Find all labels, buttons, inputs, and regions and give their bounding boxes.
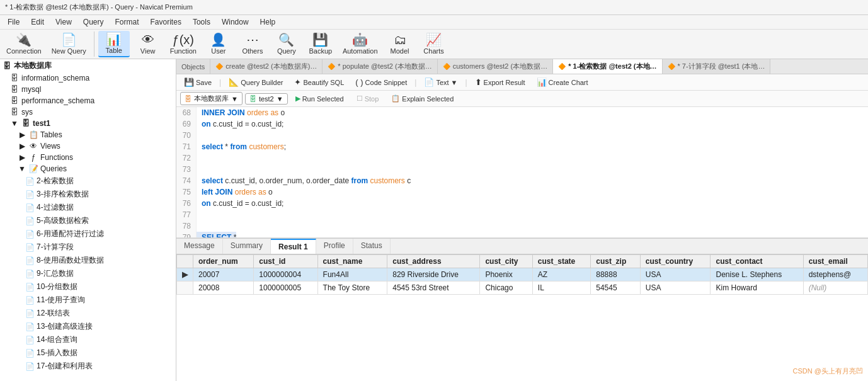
col-order-num[interactable]: order_num [193,255,254,268]
sidebar-query-9[interactable]: 📄 9-汇总数据 [0,267,176,280]
sidebar-db-test1[interactable]: ▼ 🗄 test1 [0,118,176,129]
sidebar-query-11[interactable]: 📄 11-使用子查询 [0,293,176,307]
line-content-74[interactable]: select c.cust_id, o.order_num, o.order_d… [197,175,411,186]
col-cust-id[interactable]: cust_id [254,255,317,268]
menu-item-edit[interactable]: Edit [26,16,49,28]
col-cust-city[interactable]: cust_city [480,255,532,268]
line-content-73[interactable] [197,164,202,175]
col-cust-state[interactable]: cust_state [532,255,590,268]
cell-r0-c3[interactable]: 829 Riverside Drive [387,268,480,281]
cell-r0-c8[interactable]: Denise L. Stephens [711,268,803,281]
line-content-77[interactable] [197,209,202,220]
sidebar-queries[interactable]: ▼ 📝 Queries [0,163,176,174]
toolbar-btn-query[interactable]: 🔍Query [271,31,302,57]
tab-profile[interactable]: Profile [316,239,353,254]
tab-create[interactable]: 🔶 create @test2 (本地数据库)… [210,59,323,74]
text-button[interactable]: 📄 Text ▼ [420,76,461,88]
cell-r1-c1[interactable]: 1000000005 [254,281,317,295]
table-row[interactable]: 200081000000005The Toy Store4545 53rd St… [177,281,868,295]
toolbar-btn-function[interactable]: ƒ(x)Function [166,31,200,57]
col-cust-address[interactable]: cust_address [387,255,480,268]
menu-item-window[interactable]: Window [217,16,254,28]
sidebar-query-2[interactable]: 📄 2-检索数据 [0,174,176,188]
line-content-79[interactable]: SELECT * [197,232,236,238]
explain-selected-button[interactable]: 📋 Explain Selected [386,93,459,104]
toolbar-btn-automation[interactable]: 🤖Automation [339,31,382,57]
table-row[interactable]: ▶200071000000004Fun4All829 Riverside Dri… [177,268,868,281]
toolbar-btn-connection[interactable]: 🔌Connection [3,31,45,57]
toolbar-btn-user[interactable]: 👤User [203,31,234,57]
tab-message[interactable]: Message [176,239,223,254]
tab-summary[interactable]: Summary [223,239,271,254]
cell-r1-c5[interactable]: IL [532,281,590,295]
sidebar-query-8[interactable]: 📄 8-使用函数处理数据 [0,254,176,267]
beautify-sql-button[interactable]: ✦ Beautify SQL [290,76,348,88]
toolbar-btn-view[interactable]: 👁View [132,31,164,57]
cell-r0-c9[interactable]: dstephens@ [803,268,867,281]
cell-r1-c4[interactable]: Chicago [480,281,532,295]
export-result-button[interactable]: ⬆ Export Result [471,76,529,88]
sidebar-query-4[interactable]: 📄 4-过滤数据 [0,201,176,214]
toolbar-btn-new-query[interactable]: 📄New Query [48,31,90,57]
toolbar-btn-table[interactable]: 📊Table [98,31,130,57]
create-chart-button[interactable]: 📊 Create Chart [533,76,592,88]
cell-r0-c4[interactable]: Phoenix [480,268,532,281]
tab-query1[interactable]: 🔶 * 1-检索数据 @test2 (本地… [553,59,662,74]
tab-query7[interactable]: 🔶 * 7-计算字段 @test1 (本地… [663,59,771,74]
query-builder-button[interactable]: 📐 Query Builder [225,76,287,88]
sidebar-query-14[interactable]: 📄 14-组合查询 [0,333,176,346]
cell-r1-c9[interactable]: (Null) [803,281,867,295]
menu-item-file[interactable]: File [3,16,25,28]
cell-r1-c2[interactable]: The Toy Store [317,281,387,295]
line-content-78[interactable] [197,220,202,232]
save-button[interactable]: 💾 Save [180,76,215,88]
menu-item-view[interactable]: View [50,16,77,28]
col-cust-name[interactable]: cust_name [317,255,387,268]
sidebar-db-performance-schema[interactable]: 🗄 performance_schema [0,95,176,106]
stop-button[interactable]: ☐ Stop [351,93,384,104]
sql-editor[interactable]: 68INNER JOIN orders as o69on c.cust_id =… [176,107,868,238]
col-cust-contact[interactable]: cust_contact [711,255,803,268]
tab-customers[interactable]: 🔶 customers @test2 (本地数据… [438,59,554,74]
tab-objects[interactable]: Objects [176,59,210,74]
db2-selector[interactable]: 🗄 test2 ▼ [245,93,288,105]
toolbar-btn-model[interactable]: 🗂Model [384,31,416,57]
sidebar-query-3[interactable]: 📄 3-排序检索数据 [0,188,176,201]
sidebar-query-5[interactable]: 📄 5-高级数据检索 [0,214,176,227]
line-content-68[interactable]: INNER JOIN orders as o [197,107,285,118]
line-content-71[interactable]: select * from customers; [197,141,286,152]
tab-result1[interactable]: Result 1 [271,239,316,254]
cell-r0-c7[interactable]: USA [640,268,711,281]
toolbar-btn-backup[interactable]: 💾Backup [305,31,336,57]
toolbar-btn-charts[interactable]: 📈Charts [418,31,450,57]
menu-item-format[interactable]: Format [110,16,144,28]
cell-r0-c6[interactable]: 88888 [591,268,641,281]
sidebar-query-6[interactable]: 📄 6-用通配符进行过滤 [0,227,176,241]
sidebar-functions[interactable]: ▶ ƒ Functions [0,152,176,163]
cell-r1-c3[interactable]: 4545 53rd Street [387,281,480,295]
cell-r0-c2[interactable]: Fun4All [317,268,387,281]
sidebar-query-7[interactable]: 📄 7-计算字段 [0,241,176,254]
sidebar-root[interactable]: 🗄 本地数据库 [0,59,176,72]
menu-item-query[interactable]: Query [78,16,109,28]
col-cust-zip[interactable]: cust_zip [591,255,641,268]
cell-r1-c8[interactable]: Kim Howard [711,281,803,295]
menu-item-tools[interactable]: Tools [188,16,215,28]
menu-item-favorites[interactable]: Favorites [146,16,186,28]
sidebar-db-sys[interactable]: 🗄 sys [0,106,176,118]
line-content-70[interactable] [197,130,202,141]
cell-r0-c0[interactable]: 20007 [193,268,254,281]
db1-selector[interactable]: 🗄 本地数据库 ▼ [180,92,243,105]
sidebar-query-12[interactable]: 📄 12-联结表 [0,307,176,320]
cell-r0-c5[interactable]: AZ [532,268,590,281]
sidebar-query-17[interactable]: 📄 17-创建和利用表 [0,360,176,373]
cell-r0-c1[interactable]: 1000000004 [254,268,317,281]
line-content-76[interactable]: on c.cust_id = o.cust_id; [197,198,283,209]
sidebar-db-information-schema[interactable]: 🗄 information_schema [0,72,176,84]
cell-r1-c6[interactable]: 54545 [591,281,641,295]
sidebar-tables[interactable]: ▶ 📋 Tables [0,129,176,140]
cell-r1-c7[interactable]: USA [640,281,711,295]
sidebar-db-mysql[interactable]: 🗄 mysql [0,84,176,95]
cell-r1-c0[interactable]: 20008 [193,281,254,295]
sidebar-query-13[interactable]: 📄 13-创建高级连接 [0,320,176,333]
